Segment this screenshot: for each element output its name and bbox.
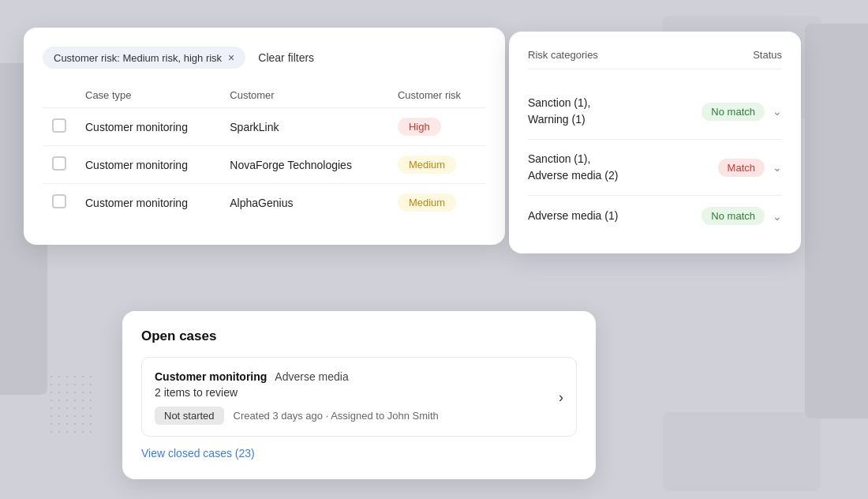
table-row[interactable]: Customer monitoring SparkLink High <box>43 108 486 146</box>
row-risk: Medium <box>388 184 486 222</box>
filter-chip-label: Customer risk: Medium risk, high risk <box>54 52 222 64</box>
status-badge: Match <box>718 159 765 177</box>
main-card: Customer risk: Medium risk, high risk × … <box>24 28 505 245</box>
risk-badge: Medium <box>398 193 456 212</box>
case-bottom: Not started Created 3 days ago · Assigne… <box>155 407 439 425</box>
status-badge: No match <box>702 103 765 121</box>
case-item-left: Customer monitoring Adverse media 2 item… <box>155 370 439 425</box>
row-customer: SparkLink <box>220 108 388 146</box>
risk-row-right: No match ⌄ <box>702 103 782 121</box>
risk-rows: Sanction (1),Warning (1) No match ⌄ Sanc… <box>528 84 782 236</box>
filter-chip[interactable]: Customer risk: Medium risk, high risk × <box>43 47 245 69</box>
col-header-risk: Customer risk <box>388 84 486 108</box>
risk-category-text: Sanction (1),Adverse media (2) <box>528 151 618 184</box>
table-header-row: Case type Customer Customer risk <box>43 84 486 108</box>
risk-badge: High <box>398 118 441 136</box>
risk-row-right: No match ⌄ <box>702 207 782 225</box>
bg-panel-bottom-right <box>663 412 821 491</box>
risk-card-header: Risk categories Status <box>528 49 782 69</box>
case-chevron-icon[interactable]: › <box>559 389 563 406</box>
col-header-checkbox <box>43 84 76 108</box>
row-case-type: Customer monitoring <box>76 146 220 184</box>
row-case-type: Customer monitoring <box>76 108 220 146</box>
risk-row[interactable]: Adverse media (1) No match ⌄ <box>528 196 782 236</box>
risk-badge: Medium <box>398 156 456 174</box>
risk-row[interactable]: Sanction (1),Warning (1) No match ⌄ <box>528 84 782 140</box>
row-customer: NovaForge Technologies <box>220 146 388 184</box>
col-header-case-type: Case type <box>76 84 220 108</box>
case-meta: Created 3 days ago · Assigned to John Sm… <box>234 410 439 422</box>
filter-chip-close[interactable]: × <box>228 51 234 64</box>
chevron-down-icon[interactable]: ⌄ <box>773 105 782 118</box>
checkbox[interactable] <box>52 156 66 171</box>
filter-bar: Customer risk: Medium risk, high risk × … <box>43 47 486 69</box>
risk-col-label-categories: Risk categories <box>528 49 598 61</box>
row-customer: AlphaGenius <box>220 184 388 222</box>
case-item[interactable]: Customer monitoring Adverse media 2 item… <box>141 357 577 437</box>
row-checkbox-cell <box>43 108 76 146</box>
risk-row-right: Match ⌄ <box>718 159 782 177</box>
row-checkbox-cell <box>43 184 76 222</box>
row-risk: Medium <box>388 146 486 184</box>
view-closed-cases-link[interactable]: View closed cases (23) <box>141 447 255 460</box>
clear-filters-button[interactable]: Clear filters <box>258 51 314 64</box>
risk-category-text: Sanction (1),Warning (1) <box>528 95 590 128</box>
row-risk: High <box>388 108 486 146</box>
dots-pattern-2 <box>47 373 95 436</box>
open-cases-card: Open cases Customer monitoring Adverse m… <box>122 311 596 479</box>
row-case-type: Customer monitoring <box>76 184 220 222</box>
case-subtype-label: Adverse media <box>275 370 348 383</box>
case-type-label: Customer monitoring <box>155 370 267 383</box>
checkbox[interactable] <box>52 118 66 133</box>
open-cases-title: Open cases <box>141 328 577 344</box>
chevron-down-icon[interactable]: ⌄ <box>773 161 782 174</box>
case-items: Customer monitoring Adverse media 2 item… <box>141 357 577 437</box>
risk-card: Risk categories Status Sanction (1),Warn… <box>509 32 801 253</box>
col-header-customer: Customer <box>220 84 388 108</box>
table-row[interactable]: Customer monitoring NovaForge Technologi… <box>43 146 486 184</box>
cases-table: Case type Customer Customer risk Custome… <box>43 84 486 221</box>
risk-category-text: Adverse media (1) <box>528 208 618 224</box>
chevron-down-icon[interactable]: ⌄ <box>773 210 782 223</box>
case-item-top: Customer monitoring Adverse media <box>155 370 439 383</box>
case-status-chip: Not started <box>155 407 224 425</box>
row-checkbox-cell <box>43 146 76 184</box>
risk-row[interactable]: Sanction (1),Adverse media (2) Match ⌄ <box>528 140 782 196</box>
table-row[interactable]: Customer monitoring AlphaGenius Medium <box>43 184 486 222</box>
status-badge: No match <box>702 207 765 225</box>
case-items-count: 2 items to review <box>155 386 439 399</box>
risk-col-label-status: Status <box>753 49 782 61</box>
checkbox[interactable] <box>52 194 66 208</box>
